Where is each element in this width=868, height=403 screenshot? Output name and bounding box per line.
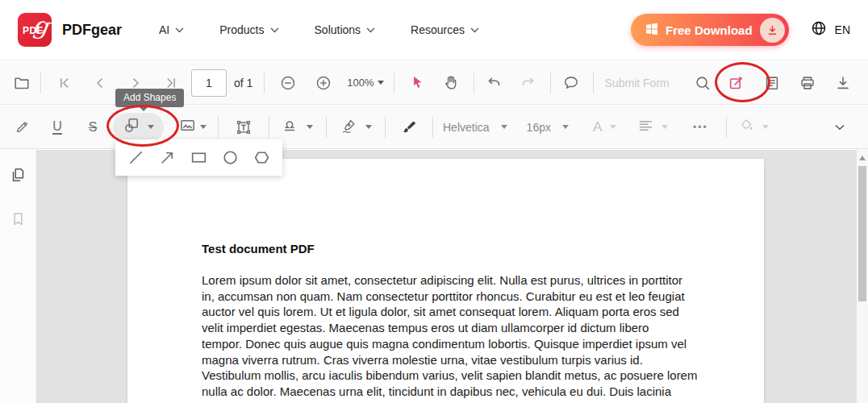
nav-item-resources[interactable]: Resources (411, 23, 479, 36)
free-download-label: Free Download (666, 23, 753, 37)
hand-tool-button[interactable] (440, 71, 464, 95)
pdfgear-logo[interactable]: PDF g (18, 13, 52, 47)
brush-format-button[interactable] (397, 115, 421, 139)
scrollbar-thumb[interactable] (858, 166, 866, 301)
fill-color-icon (738, 117, 755, 137)
add-image-button[interactable] (178, 116, 207, 138)
open-file-button[interactable] (10, 71, 34, 95)
shape-arrow-button[interactable] (155, 145, 181, 171)
shape-rectangle-button[interactable] (186, 145, 212, 171)
divider (394, 73, 394, 93)
free-download-button[interactable]: Free Download (631, 14, 789, 46)
pdf-page: Test document PDF Lorem ipsum dolor sit … (127, 159, 764, 403)
document-text-line: velit imperdiet egestas. Maecenas tempus… (202, 320, 691, 336)
select-cursor-button[interactable] (406, 71, 430, 95)
caret-down-icon (661, 125, 668, 129)
download-button[interactable] (831, 71, 855, 95)
undo-button[interactable] (482, 71, 507, 95)
nav-label: Solutions (315, 23, 361, 36)
vertical-scrollbar[interactable] (857, 150, 868, 403)
chevron-down-icon (270, 27, 279, 33)
divider (218, 117, 219, 138)
stamp-button[interactable] (281, 117, 313, 138)
submit-form-button: Submit Form (605, 77, 670, 89)
strikethrough-glyph: S (89, 120, 98, 135)
nav-label: AI (159, 23, 169, 36)
pencil-tool-button[interactable] (10, 115, 34, 139)
font-color-dropdown[interactable]: A (593, 119, 616, 135)
zoom-in-button[interactable] (311, 71, 336, 95)
document-text-line: in, accumsan non quam. Nam consectetur p… (202, 289, 691, 305)
page-count-label: of 1 (234, 77, 252, 89)
document-text-line: nulla ac dolor. Maecenas urna elit, tinc… (202, 384, 691, 400)
align-icon (637, 117, 654, 137)
stamp-icon (281, 117, 298, 138)
caret-down-icon (610, 125, 616, 129)
zoom-level-value: 100% (347, 77, 373, 89)
image-icon (178, 116, 197, 138)
sidebar-panel-button[interactable] (760, 71, 784, 95)
nav-item-ai[interactable]: AI (159, 23, 184, 36)
zoom-out-button[interactable] (276, 71, 300, 95)
font-family-dropdown[interactable]: Helvetica (443, 121, 507, 134)
edit-form-button[interactable] (724, 71, 749, 95)
document-text-line: fringilla massa. Cum sociis natoque pena… (202, 400, 691, 403)
shapes-icon (123, 116, 141, 138)
caret-down-icon (200, 125, 207, 129)
brand-title[interactable]: PDFgear (62, 22, 122, 39)
shape-circle-button[interactable] (218, 145, 244, 171)
language-code: EN (835, 23, 850, 36)
divider (593, 73, 594, 93)
divider (432, 117, 433, 138)
divider (269, 117, 269, 138)
add-textbox-button[interactable] (232, 115, 256, 139)
chevron-down-icon (470, 27, 479, 33)
underline-glyph: U (52, 119, 62, 135)
app-header: PDF g PDFgear AI Products Solutions Reso… (0, 0, 868, 60)
first-page-button[interactable] (52, 71, 77, 95)
caret-down-icon (378, 81, 384, 85)
scrollbar-up-arrow[interactable] (859, 156, 866, 160)
page-thumbnails-button[interactable] (6, 163, 30, 187)
caret-down-icon (501, 125, 507, 129)
align-dropdown[interactable] (637, 117, 668, 137)
left-sidebar (0, 150, 36, 403)
shape-line-button[interactable] (123, 145, 149, 171)
comment-button[interactable] (559, 71, 583, 95)
more-dots: ••• (693, 122, 708, 133)
add-shapes-button[interactable] (113, 113, 164, 142)
nav-item-solutions[interactable]: Solutions (315, 23, 376, 36)
font-color-glyph: A (593, 119, 602, 135)
caret-down-icon (562, 125, 569, 129)
font-size-dropdown[interactable]: 16px (527, 121, 569, 134)
zoom-level-dropdown[interactable]: 100% (347, 77, 383, 89)
language-selector[interactable]: EN (810, 19, 850, 40)
logo-g-glyph: g (31, 10, 50, 40)
collapse-toolbar-button[interactable] (828, 115, 852, 139)
nav-item-products[interactable]: Products (219, 23, 278, 36)
redo-button[interactable] (516, 71, 540, 95)
document-text-line: Lorem ipsum dolor sit amet, consectetur … (202, 272, 691, 289)
signature-button[interactable] (340, 117, 372, 138)
shapes-dropdown-menu (115, 139, 282, 176)
main-area: Test document PDF Lorem ipsum dolor sit … (0, 150, 868, 403)
fill-color-dropdown[interactable] (738, 117, 769, 137)
globe-icon (810, 19, 828, 40)
shape-polygon-button[interactable] (249, 145, 275, 171)
print-button[interactable] (795, 71, 820, 95)
divider (326, 117, 327, 138)
windows-icon (645, 23, 658, 38)
nav-label: Resources (411, 23, 465, 36)
add-shapes-tooltip: Add Shapes (115, 89, 184, 107)
divider (474, 73, 474, 93)
font-size-value: 16px (527, 121, 551, 134)
document-viewport[interactable]: Test document PDF Lorem ipsum dolor sit … (36, 150, 857, 403)
strikethrough-button[interactable]: S (81, 115, 105, 139)
prev-page-button[interactable] (88, 71, 112, 95)
underline-button[interactable]: U (45, 115, 69, 139)
bookmark-button[interactable] (6, 206, 30, 231)
signature-pen-icon (340, 117, 357, 138)
search-button[interactable] (691, 71, 715, 95)
page-number-input[interactable] (191, 69, 227, 97)
more-options-button[interactable]: ••• (686, 115, 715, 139)
